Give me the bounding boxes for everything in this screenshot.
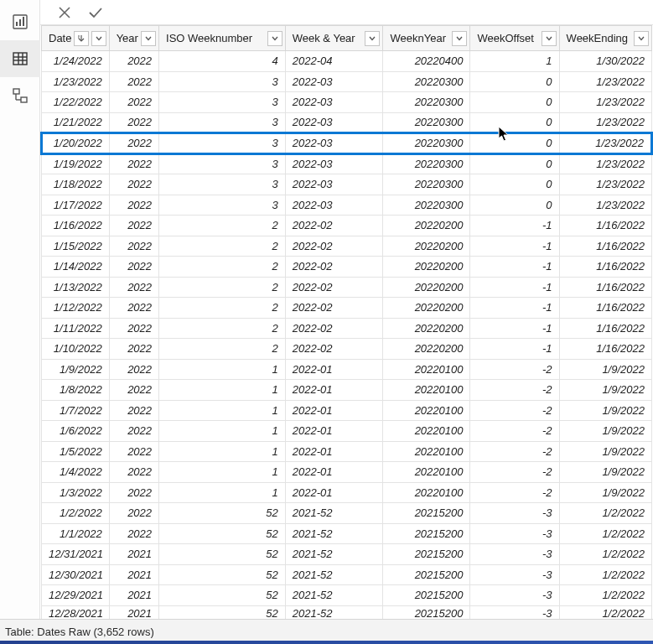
cell-weekyear[interactable]: 2022-01 [285, 482, 383, 503]
cell-date[interactable]: 1/14/2022 [42, 257, 110, 278]
checkmark-icon[interactable] [87, 5, 104, 20]
cell-date[interactable]: 12/28/2021 [42, 605, 110, 619]
cell-weekoffset[interactable]: -3 [470, 564, 559, 585]
cell-date[interactable]: 12/29/2021 [42, 585, 110, 606]
table-row[interactable]: 1/21/2022202232022-032022030001/23/2022 [42, 112, 652, 133]
cell-weekyear[interactable]: 2022-02 [285, 236, 383, 257]
cell-weekending[interactable]: 1/2/2022 [559, 544, 651, 565]
cell-weekoffset[interactable]: -2 [470, 441, 559, 462]
cell-weekoffset[interactable]: 0 [470, 71, 559, 92]
cell-year[interactable]: 2022 [109, 462, 158, 483]
cell-isoweek[interactable]: 3 [159, 133, 286, 154]
cell-date[interactable]: 1/22/2022 [42, 92, 110, 113]
cell-weeknyear[interactable]: 20220300 [383, 71, 470, 92]
table-row[interactable]: 1/15/2022202222022-0220220200-11/16/2022 [42, 236, 652, 257]
cell-weekoffset[interactable]: -1 [470, 318, 559, 339]
cell-weekoffset[interactable]: -1 [470, 236, 559, 257]
chevron-down-icon[interactable] [141, 31, 156, 46]
cell-weekending[interactable]: 1/16/2022 [559, 339, 651, 360]
table-row[interactable]: 1/7/2022202212022-0120220100-21/9/2022 [42, 400, 652, 421]
cell-weekending[interactable]: 1/16/2022 [559, 277, 651, 298]
cancel-icon[interactable] [57, 5, 72, 20]
table-row[interactable]: 1/23/2022202232022-032022030001/23/2022 [42, 71, 652, 92]
cell-isoweek[interactable]: 1 [159, 462, 286, 483]
cell-year[interactable]: 2022 [109, 380, 158, 401]
cell-weekoffset[interactable]: 0 [470, 92, 559, 113]
cell-weekyear[interactable]: 2022-03 [285, 133, 383, 154]
table-row[interactable]: 1/20/2022202232022-032022030001/23/2022 [42, 133, 652, 154]
table-row[interactable]: 1/9/2022202212022-0120220100-21/9/2022 [42, 359, 652, 380]
cell-isoweek[interactable]: 1 [159, 421, 286, 442]
cell-weekyear[interactable]: 2022-03 [285, 195, 383, 216]
cell-weekoffset[interactable]: -3 [470, 544, 559, 565]
cell-weeknyear[interactable]: 20220200 [383, 298, 470, 319]
cell-date[interactable]: 1/11/2022 [42, 318, 110, 339]
cell-isoweek[interactable]: 1 [159, 441, 286, 462]
chevron-down-icon[interactable] [634, 31, 649, 46]
cell-year[interactable]: 2021 [109, 544, 158, 565]
table-row[interactable]: 12/29/20212021522021-5220215200-31/2/202… [42, 585, 652, 606]
cell-date[interactable]: 1/6/2022 [42, 421, 110, 442]
cell-weekending[interactable]: 1/16/2022 [559, 236, 651, 257]
cell-weekyear[interactable]: 2022-04 [285, 51, 383, 72]
cell-year[interactable]: 2022 [109, 523, 158, 544]
cell-weekending[interactable]: 1/2/2022 [559, 585, 651, 606]
table-row[interactable]: 1/8/2022202212022-0120220100-21/9/2022 [42, 380, 652, 401]
cell-weekending[interactable]: 1/9/2022 [559, 421, 651, 442]
cell-weekending[interactable]: 1/2/2022 [559, 605, 651, 619]
cell-date[interactable]: 1/2/2022 [42, 503, 110, 524]
cell-weeknyear[interactable]: 20220300 [383, 195, 470, 216]
cell-year[interactable]: 2021 [109, 564, 158, 585]
cell-weekyear[interactable]: 2022-02 [285, 339, 383, 360]
cell-weekyear[interactable]: 2022-02 [285, 277, 383, 298]
cell-weekending[interactable]: 1/9/2022 [559, 462, 651, 483]
cell-weekoffset[interactable]: 0 [470, 133, 559, 154]
cell-weekending[interactable]: 1/9/2022 [559, 482, 651, 503]
cell-date[interactable]: 1/17/2022 [42, 195, 110, 216]
cell-isoweek[interactable]: 1 [159, 380, 286, 401]
data-view-icon[interactable] [0, 40, 40, 77]
cell-date[interactable]: 1/9/2022 [42, 359, 110, 380]
cell-date[interactable]: 1/19/2022 [42, 153, 110, 174]
cell-isoweek[interactable]: 3 [159, 112, 286, 133]
cell-year[interactable]: 2022 [109, 216, 158, 236]
cell-isoweek[interactable]: 2 [159, 318, 286, 339]
cell-weekending[interactable]: 1/23/2022 [559, 71, 651, 92]
model-view-icon[interactable] [0, 77, 40, 114]
cell-weekyear[interactable]: 2022-02 [285, 318, 383, 339]
cell-year[interactable]: 2022 [109, 257, 158, 278]
cell-weekending[interactable]: 1/23/2022 [559, 133, 651, 154]
cell-weekending[interactable]: 1/23/2022 [559, 153, 651, 174]
cell-year[interactable]: 2022 [109, 441, 158, 462]
cell-weeknyear[interactable]: 20220200 [383, 277, 470, 298]
cell-isoweek[interactable]: 3 [159, 71, 286, 92]
cell-weekoffset[interactable]: -1 [470, 339, 559, 360]
cell-weekending[interactable]: 1/9/2022 [559, 359, 651, 380]
cell-year[interactable]: 2022 [109, 174, 158, 195]
cell-weeknyear[interactable]: 20220300 [383, 153, 470, 174]
cell-isoweek[interactable]: 2 [159, 257, 286, 278]
cell-weekyear[interactable]: 2022-01 [285, 462, 383, 483]
table-row[interactable]: 1/19/2022202232022-032022030001/23/2022 [42, 153, 652, 174]
cell-weekyear[interactable]: 2022-01 [285, 380, 383, 401]
table-row[interactable]: 1/3/2022202212022-0120220100-21/9/2022 [42, 482, 652, 503]
cell-weeknyear[interactable]: 20220100 [383, 482, 470, 503]
cell-weekyear[interactable]: 2022-01 [285, 359, 383, 380]
cell-isoweek[interactable]: 2 [159, 216, 286, 236]
table-row[interactable]: 1/5/2022202212022-0120220100-21/9/2022 [42, 441, 652, 462]
cell-weekoffset[interactable]: -3 [470, 605, 559, 619]
cell-weekoffset[interactable]: 0 [470, 195, 559, 216]
cell-date[interactable]: 1/18/2022 [42, 174, 110, 195]
cell-weekyear[interactable]: 2021-52 [285, 605, 383, 619]
cell-isoweek[interactable]: 52 [159, 564, 286, 585]
report-view-icon[interactable] [0, 3, 40, 40]
table-row[interactable]: 1/22/2022202232022-032022030001/23/2022 [42, 92, 652, 113]
table-row[interactable]: 12/30/20212021522021-5220215200-31/2/202… [42, 564, 652, 585]
cell-date[interactable]: 1/1/2022 [42, 523, 110, 544]
table-row[interactable]: 1/13/2022202222022-0220220200-11/16/2022 [42, 277, 652, 298]
cell-isoweek[interactable]: 52 [159, 503, 286, 524]
cell-year[interactable]: 2022 [109, 339, 158, 360]
cell-year[interactable]: 2021 [109, 605, 158, 619]
table-row[interactable]: 1/18/2022202232022-032022030001/23/2022 [42, 174, 652, 195]
sort-desc-icon[interactable] [74, 31, 89, 46]
